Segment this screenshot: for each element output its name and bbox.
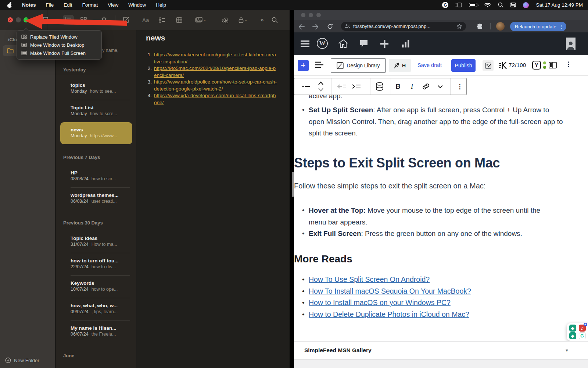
new-folder-button[interactable]: New Folder [5, 357, 39, 363]
more-reads-heading[interactable]: More Reads [294, 253, 352, 265]
control-center-icon[interactable] [510, 3, 516, 7]
streak-icon[interactable]: ◆ [569, 325, 576, 332]
menu-format[interactable]: Format [82, 2, 98, 8]
note-list-item[interactable]: Topic ideas 31/07/24How to ma... [56, 231, 136, 253]
more-formatting-chevron-icon[interactable] [435, 78, 446, 95]
content-bullet-list[interactable]: Set Up Split Screen: After one app is fu… [302, 104, 565, 139]
checklist-icon[interactable] [157, 15, 168, 25]
grammarly-icon[interactable]: G [442, 2, 448, 8]
block-options-icon[interactable]: ⋮ [454, 78, 466, 95]
article-link[interactable]: How to Delete Duplicate Photos in iCloud… [309, 310, 469, 318]
address-bar[interactable]: fossbytes.com/wp-admin/post.php... [341, 22, 466, 31]
fullscreen-button[interactable] [24, 17, 29, 22]
note-editor[interactable]: news 1. https://www.makeuseof.com/google… [137, 30, 290, 368]
seo-score-icon[interactable] [498, 61, 507, 70]
menu-item-replace-tiled-window[interactable]: Replace Tiled Window [17, 33, 101, 41]
note-list-item[interactable]: wordpress themes... 06/08/24user creati.… [71, 187, 130, 210]
article-link[interactable]: How to Install macOS on your Windows PC? [309, 298, 451, 307]
document-overview-icon[interactable] [315, 61, 323, 68]
italic-icon[interactable]: I [407, 78, 417, 95]
chrome-profile-avatar[interactable] [496, 22, 505, 31]
note-list-item[interactable]: HP 08/08/24how to scr... [56, 165, 136, 187]
outdent-icon[interactable] [336, 78, 347, 95]
design-library-button[interactable]: Design Library [331, 58, 386, 73]
menu-help[interactable]: Help [156, 2, 166, 8]
spotlight-search-icon[interactable] [498, 2, 503, 8]
wp-menu-icon[interactable] [299, 38, 311, 50]
menu-item-make-window-full-screen[interactable]: Make Window Full Screen [17, 49, 101, 57]
link-icon[interactable] [420, 78, 432, 95]
article-link[interactable]: How To Install macOS Sequoia On Your Mac… [309, 287, 471, 295]
note-list-item[interactable]: how to turn off tou... 22/07/24how to di… [71, 253, 130, 275]
delete-note-icon[interactable] [98, 15, 110, 25]
home-icon[interactable] [337, 38, 349, 50]
list-block-icon[interactable] [300, 78, 312, 95]
menu-edit[interactable]: Edit [64, 2, 72, 8]
bold-icon[interactable]: B [392, 78, 404, 95]
publish-button[interactable]: Publish [451, 59, 476, 72]
indent-icon[interactable] [350, 78, 362, 95]
settings-sidebar-toggle-icon[interactable] [548, 61, 557, 70]
forward-icon[interactable] [311, 22, 320, 31]
notes-scrollbar-thumb[interactable] [292, 172, 294, 197]
new-note-icon[interactable] [121, 15, 132, 25]
battery-icon[interactable] [469, 3, 477, 7]
back-icon[interactable] [297, 22, 306, 31]
block-inserter-button[interactable]: + [298, 60, 309, 71]
yoast-icon[interactable]: Y [532, 61, 541, 70]
wifi-icon[interactable] [484, 3, 491, 7]
gallery-view-icon[interactable] [78, 15, 89, 25]
menu-window[interactable]: Window [128, 2, 146, 8]
grammarly-icon[interactable]: G [579, 332, 586, 339]
streak-icon[interactable]: ◆ [569, 332, 576, 339]
apple-menu-icon[interactable] [7, 2, 12, 8]
minimize-button[interactable] [309, 13, 313, 17]
menu-item-move-window-to-desktop[interactable]: Move Window to Desktop [17, 41, 101, 49]
reload-icon[interactable] [326, 22, 334, 31]
extension-icon[interactable]: ♫+ [579, 325, 586, 332]
note-link[interactable]: https://www.makeuseof.com/google-ai-test… [154, 52, 277, 65]
note-list-item[interactable]: how, what, who, w... 09/07/24, tips, lea… [71, 298, 130, 320]
new-content-icon[interactable] [379, 38, 390, 50]
metabox-toggle-caret-icon[interactable]: ▼ [565, 348, 569, 353]
simplefeed-metabox[interactable]: SimpleFeed MSN Gallery ▼ [294, 341, 588, 360]
stats-icon[interactable] [400, 38, 412, 50]
insert-media-icon[interactable]: ⌄ [193, 15, 209, 25]
siri-icon[interactable] [523, 2, 529, 8]
wp-user-avatar[interactable] [566, 38, 576, 50]
fullscreen-button[interactable] [316, 13, 321, 17]
lock-note-icon[interactable]: ⌄ [236, 15, 250, 25]
block-mover-icons[interactable] [315, 78, 327, 95]
headline-analyzer-button[interactable]: H [389, 59, 411, 72]
menu-view[interactable]: View [108, 2, 118, 8]
section-heading[interactable]: Steps to Exit Split Screen on Mac [294, 155, 500, 171]
format-text-icon[interactable]: Aa [140, 15, 151, 25]
relaunch-to-update-button[interactable]: Relaunch to update ⋮ [510, 22, 566, 31]
more-toolbar-icon[interactable]: » [257, 15, 268, 25]
note-list-item[interactable]: Keywords 10/07/24how to ope... [71, 275, 130, 298]
table-icon[interactable] [173, 15, 184, 25]
edit-post-icon[interactable] [483, 60, 494, 71]
close-button[interactable]: ✕ [8, 17, 13, 22]
chrome-menu-icon[interactable]: ⋮ [559, 24, 564, 29]
note-list-item[interactable]: topics Mondayhow to see... [56, 78, 136, 100]
menu-file[interactable]: File [46, 2, 54, 8]
extensions-icon[interactable] [476, 22, 484, 31]
minimize-button[interactable] [16, 17, 21, 22]
wordpress-logo-icon[interactable]: W [317, 38, 328, 49]
close-button[interactable] [301, 13, 305, 17]
comments-icon[interactable] [358, 38, 370, 50]
toggle-sidebar-icon[interactable] [39, 15, 50, 25]
note-list-item[interactable]: Topic List Mondayhow to scre... [71, 100, 130, 122]
note-link[interactable]: https://9to5mac.com/2024/08/10/pencilera… [154, 65, 277, 79]
stage-manager-icon[interactable] [455, 3, 462, 7]
note-list-item-selected[interactable]: news Mondayhttps://www... [60, 122, 132, 144]
note-link[interactable]: https://www.xda-developers.com/run-local… [154, 92, 277, 106]
menu-app-name[interactable]: Notes [22, 2, 36, 8]
menu-clock[interactable]: Sat 17 Aug 12:49 PM [536, 2, 583, 8]
list-view-icon[interactable] [63, 15, 74, 25]
content-bullet-list[interactable]: Hover at the Top: Move your mouse to the… [302, 205, 559, 240]
url-text[interactable]: fossbytes.com/wp-admin/post.php... [353, 24, 453, 29]
note-list-item[interactable]: My name is Hisan... 06/07/24the Freela..… [71, 320, 130, 343]
intro-paragraph[interactable]: Follow these simple steps to exit the sp… [294, 182, 485, 190]
